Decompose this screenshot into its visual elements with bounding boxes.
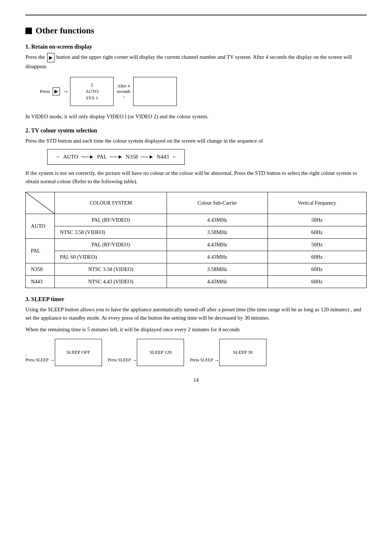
sleep-arrow-1: → [50,357,55,366]
press-sleep-label-3: Press SLEEP [190,357,213,363]
sleep-body2: When the remaining time is 5 minutes lef… [25,325,367,334]
tv-colour-body1: Press the STD button and each time the c… [25,137,367,145]
row-freq-1: 60Hz [268,226,366,239]
section-title: Other functions [25,26,367,36]
row-label-auto: AUTO [26,214,55,239]
sleep-arrow-3: → [214,357,219,366]
press-label: Press [40,89,50,94]
retain-diagram: Press ▶ → 2 AUTO SYS 1 After 4 seconds → [40,77,367,106]
diagonal-header-cell [26,192,55,214]
row-system-1: NTSC 3.58 (VIDEO) [55,226,167,239]
table-row: N358 NTSC 3.58 (VIDEO) 3.58MHz 60Hz [26,263,367,276]
button-icon: ▶ [47,53,54,62]
colour-cycle-diagram: → AUTO ──► PAL ──► N358 ──► N443 ← [47,149,367,165]
row-system-4: NTSC 3.58 (VIDEO) [55,263,167,276]
after-label: After 4 seconds → [117,83,130,100]
screen-empty [133,77,177,106]
press-sleep-label-1: Press SLEEP [25,357,49,363]
sleep-body1: Using the SLEEP button allows you to hav… [25,305,367,322]
sleep-unit-3: Press SLEEP → SLEEP 30 [190,339,266,366]
header-colour-system: COLOUR SYSTEM [55,192,167,214]
sleep-box-3: SLEEP 30 [219,339,266,366]
section-icon [25,28,32,34]
row-freq-4: 60Hz [268,263,366,276]
subsection-sleep: 3. SLEEP timer Using the SLEEP button al… [25,296,367,366]
row-subcarrier-5: 4.43MHz [167,276,268,288]
press-button-icon: ▶ [53,87,60,95]
retain-body1: Press the ▶ button and the upper right c… [25,53,367,70]
page-number: 14 [25,377,367,383]
page: Other functions 1. Retain on-screen disp… [0,0,392,554]
tv-colour-body2: If the system is not set correctly, the … [25,169,367,185]
row-subcarrier-1: 3.58MHz [167,226,268,239]
row-system-0: PAL (RF/VIDEO) [55,214,167,226]
top-rule [25,15,367,16]
retain-title: 1. Retain on-screen display [25,44,367,50]
sleep-arrow-2: → [132,357,137,366]
row-subcarrier-0: 4.43MHz [167,214,268,226]
row-subcarrier-2: 4.43MHz [167,239,268,251]
table-row: PAL PAL (RF/VIDEO) 4.43MHz 50Hz [26,239,367,251]
row-freq-5: 60Hz [268,276,366,288]
table-row: AUTO PAL (RF/VIDEO) 4.43MHz 50Hz [26,214,367,226]
row-label-pal: PAL [26,239,55,263]
row-system-2: PAL (RF/VIDEO) [55,239,167,251]
sleep-unit-1: : Press SLEEP → SLEEP OFF [25,339,102,366]
table-header-row: COLOUR SYSTEM Colour Sub-Carrier Vertica… [26,192,367,214]
subsection-retain: 1. Retain on-screen display Press the ▶ … [25,44,367,121]
sleep-diagrams: : Press SLEEP → SLEEP OFF Press SLEEP → [25,339,367,366]
colour-table: COLOUR SYSTEM Colour Sub-Carrier Vertica… [25,192,367,288]
row-subcarrier-3: 4.43MHz [167,251,268,263]
tv-colour-title: 2. TV colour system selection [25,127,367,134]
row-system-5: NTSC 4.43 (VIDEO) [55,276,167,288]
row-label-n358: N358 [26,263,55,276]
screen-with-content: 2 AUTO SYS 1 [70,77,114,106]
svg-line-0 [26,192,54,214]
retain-body2: In VIDEO mode, it will only display VIDE… [25,112,367,121]
sleep-box-1: SLEEP OFF [55,339,102,366]
row-freq-2: 50Hz [268,239,366,251]
row-freq-0: 50Hz [268,214,366,226]
row-label-n443: N443 [26,276,55,288]
row-freq-3: 60Hz [268,251,366,263]
sleep-title: 3. SLEEP timer [25,296,367,303]
press-sleep-label-2: Press SLEEP [108,357,131,363]
row-subcarrier-4: 3.58MHz [167,263,268,276]
arrow1: → [62,88,69,95]
table-row: N443 NTSC 4.43 (VIDEO) 4.43MHz 60Hz [26,276,367,288]
table-row: NTSC 3.58 (VIDEO) 3.58MHz 60Hz [26,226,367,239]
header-freq: Vertical Frequency [268,192,366,214]
table-row: PAL 60 (VIDEO) 4.43MHz 60Hz [26,251,367,263]
sleep-box-2: SLEEP 120 [137,339,184,366]
row-system-3: PAL 60 (VIDEO) [55,251,167,263]
subsection-tv-colour: 2. TV colour system selection Press the … [25,127,367,186]
sleep-unit-2: Press SLEEP → SLEEP 120 [108,339,184,366]
header-subcarrier: Colour Sub-Carrier [167,192,268,214]
